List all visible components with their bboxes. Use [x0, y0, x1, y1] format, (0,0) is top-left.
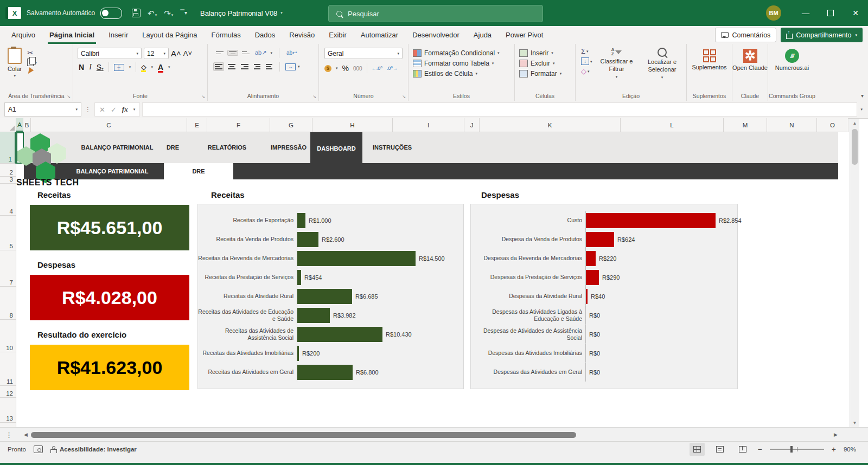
conditional-formatting-button[interactable]: Formatação Condicional▾	[409, 48, 514, 58]
insert-function-icon[interactable]: fx	[122, 105, 128, 114]
column-header-B[interactable]: B	[23, 118, 31, 132]
decrease-indent-icon[interactable]	[252, 62, 262, 71]
formula-input[interactable]	[142, 102, 857, 117]
avatar[interactable]: BM	[766, 5, 781, 21]
column-header-L[interactable]: L	[621, 118, 724, 132]
column-header-I[interactable]: I	[393, 118, 464, 132]
autosave-toggle[interactable]	[100, 8, 122, 19]
clipboard-dialog-launcher[interactable]: ↘	[67, 94, 71, 99]
decrease-font-icon[interactable]: A˅	[183, 49, 192, 57]
collapse-ribbon-icon[interactable]: ▾	[861, 93, 864, 99]
ribbon-tab-ajuda[interactable]: Ajuda	[467, 26, 499, 44]
clear-icon[interactable]: ◇▾	[581, 68, 592, 75]
horizontal-scroll-thumb[interactable]	[31, 432, 576, 438]
page-break-view-button[interactable]	[735, 443, 750, 456]
row-header-3[interactable]: 3	[0, 177, 16, 184]
scroll-right-icon[interactable]: ▶	[834, 432, 838, 437]
expand-formula-bar-icon[interactable]: ▾	[860, 107, 863, 112]
redo-icon[interactable]: ↷▾	[164, 9, 173, 17]
copy-icon[interactable]: ▾	[27, 59, 37, 66]
zoom-in-icon[interactable]: +	[832, 445, 836, 454]
name-box[interactable]: A1▾	[4, 102, 81, 117]
wrap-text-icon[interactable]: ab↩	[285, 48, 299, 57]
scroll-up-icon[interactable]: ▲	[853, 119, 857, 127]
ribbon-tab-layout-da-página[interactable]: Layout da Página	[135, 26, 204, 44]
zoom-out-icon[interactable]: −	[758, 445, 762, 454]
percent-format-icon[interactable]: %	[342, 64, 349, 73]
format-as-table-button[interactable]: Formatar como Tabela▾	[409, 58, 514, 68]
column-header-E[interactable]: E	[187, 118, 207, 132]
row-header-7[interactable]: 7	[0, 250, 16, 287]
ribbon-tab-inserir[interactable]: Inserir	[101, 26, 135, 44]
autosum-icon[interactable]: Σ▾	[581, 48, 592, 55]
save-icon[interactable]	[132, 9, 141, 17]
column-header-O[interactable]: O	[817, 118, 848, 132]
vertical-scrollbar[interactable]: ▲ ▼	[850, 119, 859, 427]
row-header-4[interactable]: 4	[0, 184, 16, 216]
format-painter-icon[interactable]	[27, 68, 37, 74]
align-top-icon[interactable]	[214, 50, 225, 56]
row-header-12[interactable]: 12	[0, 386, 16, 398]
decrease-decimal-icon[interactable]: .0⁰→	[387, 66, 398, 71]
zoom-slider-thumb[interactable]	[790, 446, 793, 453]
accessibility-status[interactable]: Acessibilidade: investigar	[50, 446, 137, 453]
ribbon-tab-arquivo[interactable]: Arquivo	[4, 26, 42, 44]
row-header-8[interactable]: 8	[0, 287, 16, 320]
zoom-level[interactable]: 90%	[844, 446, 856, 453]
macro-record-icon[interactable]	[34, 445, 43, 453]
align-left-icon[interactable]	[213, 62, 224, 71]
normal-view-button[interactable]	[690, 443, 705, 456]
column-header-A[interactable]: A	[16, 118, 23, 132]
maximize-button[interactable]	[818, 0, 843, 26]
dashboard-tab-dashboard[interactable]: DASHBOARD	[310, 132, 362, 166]
undo-icon[interactable]: ↶▾	[148, 9, 157, 17]
column-header-F[interactable]: F	[207, 118, 270, 132]
increase-decimal-icon[interactable]: ←.0⁰	[372, 66, 382, 71]
namebox-splitter[interactable]: ⋮	[85, 106, 91, 113]
bold-button[interactable]: N	[79, 63, 84, 72]
alignment-dialog-launcher[interactable]: ↘	[312, 94, 316, 99]
orientation-icon[interactable]: ab↗	[253, 48, 268, 58]
scroll-down-icon[interactable]: ▼	[853, 418, 857, 427]
row-header-1[interactable]: 1	[0, 132, 16, 164]
increase-font-icon[interactable]: A˄	[171, 49, 181, 58]
column-header-G[interactable]: G	[270, 118, 312, 132]
align-bottom-icon[interactable]	[240, 50, 251, 56]
dashboard-tab-relatórios[interactable]: RELATÓRIOS	[187, 132, 267, 163]
addins-button[interactable]: Suplementos	[687, 48, 732, 70]
borders-icon[interactable]: ┼	[114, 64, 124, 71]
select-all-corner[interactable]	[0, 118, 16, 132]
increase-indent-icon[interactable]	[264, 62, 274, 71]
currency-format-icon[interactable]: $	[324, 65, 331, 72]
column-header-M[interactable]: M	[724, 118, 767, 132]
ribbon-tab-fórmulas[interactable]: Fórmulas	[205, 26, 248, 44]
align-middle-icon[interactable]	[227, 50, 238, 56]
fill-icon[interactable]: ↓▾	[581, 57, 592, 65]
sheet-tab-splitter[interactable]: ⋮	[5, 431, 13, 439]
delete-cells-button[interactable]: Excluir▾	[515, 58, 575, 68]
font-name-select[interactable]: Calibri▾	[78, 48, 142, 59]
numerous-ai-button[interactable]: /// Numerous.ai	[768, 48, 816, 71]
dashboard-subtab-balanço-patrimonial[interactable]: BALANÇO PATRIMONIAL	[61, 163, 164, 179]
ribbon-tab-exibir[interactable]: Exibir	[322, 26, 354, 44]
dashboard-tab-dre[interactable]: DRE	[158, 132, 187, 163]
align-right-icon[interactable]	[239, 62, 250, 71]
underline-button[interactable]: S▾	[97, 63, 104, 72]
zoom-slider[interactable]	[770, 449, 824, 450]
dashboard-tab-balanço-patrimonial[interactable]: BALANÇO PATRIMONIAL	[76, 132, 158, 163]
ribbon-tab-automatizar[interactable]: Automatizar	[354, 26, 405, 44]
font-color-icon[interactable]: A	[158, 63, 163, 72]
column-header-H[interactable]: H	[312, 118, 393, 132]
fill-color-icon[interactable]: ◇	[141, 63, 146, 71]
font-size-select[interactable]: 12▾	[144, 48, 169, 59]
open-claude-button[interactable]: ✲ Open Claude	[732, 48, 768, 72]
thousands-format-icon[interactable]: 000	[353, 66, 362, 72]
number-dialog-launcher[interactable]: ↘	[402, 94, 406, 99]
column-header-K[interactable]: K	[480, 118, 621, 132]
column-header-J[interactable]: J	[464, 118, 480, 132]
row-header-11[interactable]: 11	[0, 352, 16, 386]
column-header-C[interactable]: C	[31, 118, 187, 132]
dashboard-tab-impressão[interactable]: IMPRESSÃO	[267, 132, 310, 163]
document-title[interactable]: Balanço Patrimonial V08▾	[200, 9, 283, 17]
search-input[interactable]: Pesquisar	[328, 5, 543, 22]
